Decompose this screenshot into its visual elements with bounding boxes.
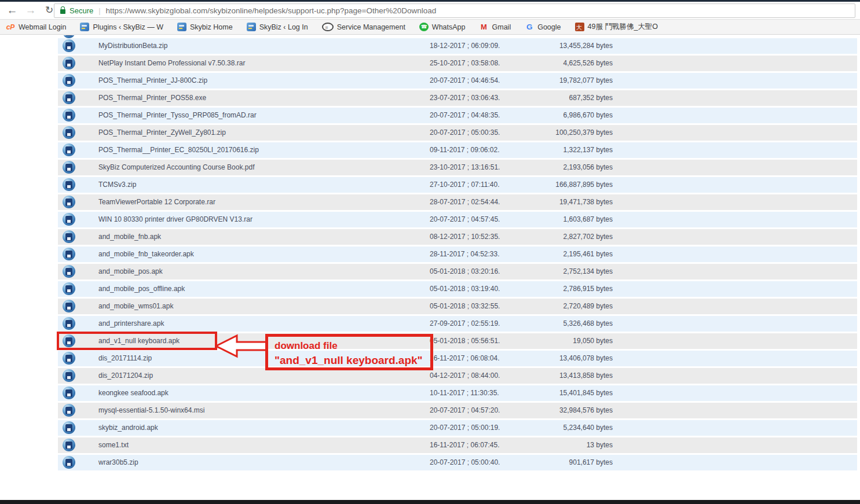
file-name[interactable]: MyDistributionBeta.zip [98, 38, 167, 54]
skybiz-icon [177, 23, 186, 31]
file-name[interactable]: wrar30b5.zip [98, 455, 138, 470]
bookmark-item[interactable]: Plugins ‹ SkyBiz — W [80, 23, 163, 31]
file-name[interactable]: keongkee seafood.apk [98, 385, 169, 401]
file-name[interactable]: skybiz_android.apk [98, 420, 158, 436]
file-size: 100,250,379 bytes [463, 125, 613, 141]
forward-button[interactable]: → [23, 2, 38, 19]
bookmark-item[interactable]: Gmail [480, 23, 511, 32]
file-size: 901,617 bytes [463, 455, 613, 470]
file-name[interactable]: and_mobile_pos.apk [98, 264, 163, 279]
file-download-list: MyDistributionBeta.zip 18-12-2017 ; 06:0… [58, 38, 857, 472]
file-row[interactable]: and_printershare.apk 27-09-2017 ; 02:55:… [58, 316, 857, 332]
file-row[interactable]: WIN 10 80330 printer driver GP80DRVEN V1… [58, 212, 857, 227]
download-disk-icon [63, 282, 75, 295]
file-name[interactable]: dis_20171114.zip [98, 351, 152, 366]
file-name[interactable]: POS_Thermal_Printer_POS58.exe [98, 90, 206, 106]
url-text[interactable]: https://www.skybizglobal.com/skybizonlin… [106, 6, 437, 15]
file-row[interactable]: NetPlay Instant Demo Professional v7.50.… [58, 56, 857, 71]
file-row[interactable]: MyDistributionBeta.zip 18-12-2017 ; 06:0… [58, 38, 857, 54]
back-button[interactable]: ← [5, 2, 20, 19]
bookmark-item[interactable]: 49服 鬥戰勝佛_大聖O [575, 22, 658, 32]
google-icon [525, 23, 534, 32]
file-size: 15,401,845 bytes [463, 385, 613, 401]
file-row[interactable]: TCMSv3.zip 27-10-2017 ; 07:11:40. 166,88… [58, 177, 857, 193]
file-name[interactable]: WIN 10 80330 printer driver GP80DRVEN V1… [98, 212, 252, 227]
file-row[interactable]: keongkee seafood.apk 10-11-2017 ; 11:30:… [58, 385, 857, 401]
file-name[interactable]: and_mobile_wms01.apk [98, 299, 173, 314]
bookmark-item[interactable]: WhatsApp [419, 23, 466, 31]
address-bar[interactable]: Secure | https://www.skybizglobal.com/sk… [54, 3, 855, 18]
file-row[interactable]: POS_Thermal_Printer_ZyWell_Zy801.zip 20-… [58, 125, 857, 141]
file-name[interactable]: dis_20171204.zip [98, 368, 153, 384]
file-row[interactable]: dis_20171204.zip 04-12-2017 ; 08:44:00. … [58, 368, 857, 384]
download-disk-icon [63, 317, 75, 330]
secure-label[interactable]: Secure [69, 6, 93, 15]
download-disk-icon [63, 213, 75, 226]
browser-window: ← → ↻ Secure | https://www.skybizglobal.… [0, 0, 860, 504]
file-name[interactable]: TeamViewerPortable 12 Corporate.rar [98, 194, 215, 210]
bookmark-label: Google [537, 23, 561, 31]
file-size: 32,984,576 bytes [463, 403, 613, 418]
file-name[interactable]: mysql-essential-5.1.50-winx64.msi [98, 403, 204, 418]
bookmark-item[interactable]: Webmail Login [6, 23, 66, 32]
bookmark-item[interactable]: Skybiz Home [177, 23, 233, 31]
annotation-text-line1: download file [275, 339, 430, 353]
file-name[interactable]: TCMSv3.zip [98, 177, 136, 193]
file-row[interactable]: POS_Thermal_Printer_Tysso_PRP085_fromAD.… [58, 108, 857, 123]
file-row[interactable]: POS_Thermal__Printer_EC_80250LI_20170616… [58, 142, 857, 158]
file-name[interactable]: NetPlay Instant Demo Professional v7.50.… [98, 56, 245, 71]
file-row[interactable]: POS_Thermal_Printer_JJ-800C.zip 20-07-20… [58, 73, 857, 89]
bottom-dark-bar [0, 500, 860, 504]
file-size: 13 bytes [463, 437, 613, 453]
file-row[interactable]: wrar30b5.zip 20-07-2017 ; 05:00:40. 901,… [58, 455, 857, 470]
file-name[interactable]: and_mobile_fnb.apk [98, 229, 161, 245]
download-disk-icon [63, 91, 75, 104]
file-row[interactable]: POS_Thermal_Printer_POS58.exe 23-07-2017… [58, 90, 857, 106]
download-disk-icon [63, 421, 75, 434]
file-row[interactable]: dis_20171114.zip 16-11-2017 ; 06:08:04. … [58, 351, 857, 366]
bookmark-label: Webmail Login [19, 23, 66, 31]
file-size: 6,986,670 bytes [463, 108, 613, 123]
file-name[interactable]: POS_Thermal__Printer_EC_80250LI_20170616… [98, 142, 259, 158]
bookmark-item[interactable]: SkyBiz ‹ Log In [247, 23, 308, 31]
file-row[interactable]: and_mobile_wms01.apk 05-01-2018 ; 03:32:… [58, 299, 857, 314]
download-disk-icon [63, 196, 75, 208]
address-separator: | [98, 6, 100, 15]
download-disk-icon [63, 74, 75, 87]
file-name[interactable]: and_printershare.apk [98, 316, 164, 332]
file-name[interactable]: POS_Thermal_Printer_Tysso_PRP085_fromAD.… [98, 108, 257, 123]
file-size: 4,625,526 bytes [463, 56, 613, 71]
file-size: 13,413,858 bytes [463, 368, 613, 384]
bookmark-item[interactable]: Google [525, 23, 561, 32]
file-row[interactable]: skybiz_android.apk 20-07-2017 ; 05:00:19… [58, 420, 857, 436]
file-size: 2,827,702 bytes [463, 229, 613, 245]
file-row[interactable]: SkyBiz Computerized Accounting Course Bo… [58, 160, 857, 175]
download-disk-icon [63, 57, 75, 69]
file-size: 19,471,738 bytes [463, 194, 613, 210]
file-row[interactable]: and_mobile_fnb.apk 08-12-2017 ; 10:52:35… [58, 229, 857, 245]
download-disk-icon [63, 230, 75, 243]
secure-lock-icon[interactable] [60, 9, 65, 14]
highlight-rectangle [57, 332, 217, 350]
file-size: 13,455,284 bytes [463, 38, 613, 54]
bookmark-item[interactable]: Service Management [322, 23, 405, 31]
file-name[interactable]: and_mobile_pos_offline.apk [98, 281, 185, 297]
file-row[interactable]: mysql-essential-5.1.50-winx64.msi 20-07-… [58, 403, 857, 418]
bookmark-label: Skybiz Home [190, 23, 233, 31]
file-name[interactable]: SkyBiz Computerized Accounting Course Bo… [98, 160, 254, 175]
file-size: 2,195,461 bytes [463, 247, 613, 262]
file-row[interactable]: and_mobile_pos_offline.apk 05-01-2018 ; … [58, 281, 857, 297]
file-name[interactable]: POS_Thermal_Printer_ZyWell_Zy801.zip [98, 125, 226, 141]
download-disk-icon [63, 39, 75, 52]
file-size: 2,786,915 bytes [463, 281, 613, 297]
file-row[interactable]: TeamViewerPortable 12 Corporate.rar 28-0… [58, 194, 857, 210]
file-name[interactable]: POS_Thermal_Printer_JJ-800C.zip [98, 73, 207, 89]
file-name[interactable]: and_mobile_fnb_takeorder.apk [98, 247, 194, 262]
file-row[interactable]: some1.txt 16-11-2017 ; 06:07:45. 13 byte… [58, 437, 857, 453]
file-row[interactable]: and_mobile_pos.apk 05-01-2018 ; 03:20:16… [58, 264, 857, 279]
file-name[interactable]: some1.txt [98, 437, 129, 453]
file-size: 19,050 bytes [463, 333, 613, 349]
file-row[interactable]: and_mobile_fnb_takeorder.apk 28-11-2017 … [58, 247, 857, 262]
download-disk-icon [63, 144, 75, 156]
download-disk-icon [63, 369, 75, 382]
